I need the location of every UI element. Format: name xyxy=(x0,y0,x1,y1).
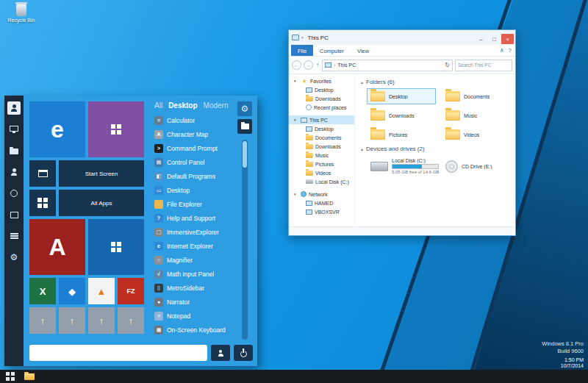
tray-clock[interactable]: 1:50 PM 10/7/2014 xyxy=(561,357,584,369)
item-cd-drive-e[interactable]: CD Drive (E:) xyxy=(442,155,511,177)
expand-caret-icon[interactable]: ▾ xyxy=(294,79,298,83)
nav-item-desktop[interactable]: Desktop xyxy=(289,85,354,94)
item-downloads[interactable]: Downloads xyxy=(367,107,436,124)
expand-caret-icon[interactable]: ▾ xyxy=(294,192,298,196)
item-desktop[interactable]: Desktop xyxy=(367,88,436,104)
documents-icon[interactable] xyxy=(7,144,21,157)
minimize-button[interactable]: – xyxy=(475,34,487,44)
nav-item-desktop[interactable]: Desktop xyxy=(289,124,354,133)
item-music[interactable]: Music xyxy=(442,107,511,124)
settings-icon[interactable]: ⚙ xyxy=(7,251,21,264)
window-tile[interactable] xyxy=(29,160,56,187)
tab-desktop[interactable]: Desktop xyxy=(168,101,197,110)
item-local-disk-c[interactable]: Local Disk (C:)5.05 GB free of 14.6 GB xyxy=(367,155,436,177)
contacts-icon[interactable] xyxy=(7,165,21,179)
explorer-search-input[interactable]: Search This PC xyxy=(455,60,512,71)
expand-caret-icon[interactable]: ▾ xyxy=(294,118,298,122)
scrollbar-thumb[interactable] xyxy=(243,141,247,168)
address-bar[interactable]: › This PC ↻ xyxy=(322,60,453,71)
shortcut-tile-2[interactable]: ↑ xyxy=(59,307,85,334)
ribbon-tab-computer[interactable]: Computer xyxy=(313,45,351,56)
nav-item-downloads[interactable]: Downloads xyxy=(289,94,354,103)
close-button[interactable]: × xyxy=(501,34,514,44)
phone-icon[interactable] xyxy=(7,187,21,200)
adobe-reader-tile[interactable]: A xyxy=(29,219,85,275)
nav-item-videos[interactable]: Videos xyxy=(289,168,354,177)
taskbar-file-explorer-button[interactable] xyxy=(21,370,37,383)
nav-item-documents[interactable]: Documents xyxy=(289,133,354,142)
app-item-on-screen-keyboard[interactable]: ▦On-Screen Keyboard xyxy=(153,323,234,337)
app-item-math-input-panel[interactable]: √Math Input Panel xyxy=(153,267,234,281)
apps-grid-tile[interactable] xyxy=(29,190,56,216)
app-item-calculator[interactable]: =Calculator xyxy=(153,113,234,127)
ribbon-tab-file[interactable]: File xyxy=(291,45,313,56)
nav-item-music[interactable]: Music xyxy=(289,151,354,160)
user-button[interactable] xyxy=(211,345,230,361)
nav-item-network[interactable]: ▾Network xyxy=(289,190,354,198)
shortcut-tile-4[interactable]: ↑ xyxy=(118,307,144,334)
app-item-magnifier[interactable]: ○Magnifier xyxy=(153,253,234,267)
forward-button[interactable]: → xyxy=(304,60,313,70)
nav-item-downloads[interactable]: Downloads xyxy=(289,142,354,151)
app-item-narrator[interactable]: ●Narrator xyxy=(153,295,234,309)
nav-item-this-pc[interactable]: ▾This PC xyxy=(289,115,354,124)
app-item-metrosidebar[interactable]: ▯MetroSidebar xyxy=(153,281,234,295)
internet-explorer-tile[interactable]: e xyxy=(29,101,85,157)
app-item-desktop[interactable]: ▭Desktop xyxy=(153,183,234,197)
shortcut-tile-3[interactable]: ↑ xyxy=(88,307,115,334)
modern-apps-tile[interactable] xyxy=(88,101,144,157)
ribbon-collapse-icon[interactable]: ∧ xyxy=(500,47,504,54)
shortcut-tile-1[interactable]: ↑ xyxy=(29,307,56,334)
display-icon[interactable] xyxy=(7,123,21,136)
nav-item-local-disk-c[interactable]: Local Disk (C:) xyxy=(289,177,354,186)
app-item-paint[interactable]: ◔Paint xyxy=(153,337,234,340)
help-icon[interactable]: ? xyxy=(509,47,512,54)
nav-item-recent-places[interactable]: Recent places xyxy=(289,103,354,112)
blue-grid-tile[interactable] xyxy=(88,219,144,275)
tab-all[interactable]: All xyxy=(154,101,162,110)
start-search-input[interactable] xyxy=(29,345,207,361)
app-item-command-prompt[interactable]: >Command Prompt xyxy=(153,141,234,155)
nav-item-hamed[interactable]: HAMED xyxy=(289,198,354,207)
diamond-tile[interactable]: ◆ xyxy=(59,278,85,304)
maximize-button[interactable]: □ xyxy=(488,34,501,44)
all-apps-tile[interactable]: All Apps xyxy=(59,190,144,216)
excel-tile[interactable]: X xyxy=(29,278,56,304)
app-item-character-map[interactable]: ACharacter Map xyxy=(153,127,234,141)
nav-item-vboxsvr[interactable]: VBOXSVR xyxy=(289,207,354,216)
list-icon[interactable] xyxy=(7,229,21,243)
app-item-notepad[interactable]: ≡Notepad xyxy=(153,309,234,323)
collapse-group-icon[interactable]: ▴ xyxy=(361,79,363,85)
recycle-bin[interactable]: Recycle Bin xyxy=(4,4,38,23)
title-bar[interactable]: ▾ This PC –□× xyxy=(289,30,515,45)
app-item-control-panel[interactable]: ▤Control Panel xyxy=(153,155,234,169)
app-item-internet-explorer[interactable]: eInternet Explorer xyxy=(153,239,234,253)
vlc-tile[interactable]: ▲ xyxy=(88,278,115,304)
app-item-help-and-support[interactable]: ?Help and Support xyxy=(153,211,234,225)
up-button[interactable]: ↑ xyxy=(315,62,320,68)
filezilla-tile[interactable]: FZ xyxy=(118,278,144,304)
item-pictures[interactable]: Pictures xyxy=(367,126,436,143)
file-explorer-button[interactable] xyxy=(237,119,252,134)
refresh-icon[interactable]: ↻ xyxy=(445,62,450,68)
pictures-icon[interactable] xyxy=(7,208,21,221)
quick-access-dropdown-icon[interactable]: ▾ xyxy=(301,35,304,40)
start-screen-tile[interactable]: Start Screen xyxy=(59,160,144,187)
nav-item-pictures[interactable]: Pictures xyxy=(289,160,354,168)
ribbon-tab-view[interactable]: View xyxy=(351,45,376,56)
app-item-file-explorer[interactable]: File Explorer xyxy=(153,197,234,211)
item-videos[interactable]: Videos xyxy=(442,126,511,143)
settings-button[interactable]: ⚙ xyxy=(237,101,252,116)
nav-item-favorites[interactable]: ▾★Favorites xyxy=(289,76,354,85)
item-documents[interactable]: Documents xyxy=(442,88,511,104)
back-button[interactable]: ← xyxy=(292,60,301,70)
tab-modern[interactable]: Modern xyxy=(204,101,229,110)
user-icon[interactable] xyxy=(7,101,21,115)
app-item-immersiveexplorer[interactable]: ▢ImmersiveExplorer xyxy=(153,225,234,239)
start-button[interactable] xyxy=(2,370,18,383)
app-list-scrollbar[interactable] xyxy=(242,140,248,340)
breadcrumb[interactable]: This PC xyxy=(337,62,356,68)
collapse-group-icon[interactable]: ▴ xyxy=(361,146,363,151)
power-button[interactable] xyxy=(234,345,253,361)
app-item-default-programs[interactable]: ◧Default Programs xyxy=(153,169,234,183)
